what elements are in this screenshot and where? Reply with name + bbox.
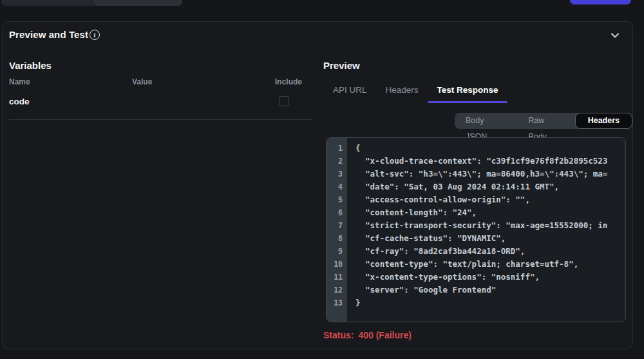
- code-line: {: [355, 142, 625, 155]
- line-number-gutter: 1 2 3 4 5 6 7 8 9 10 11 12 13: [327, 138, 347, 322]
- tab-headers[interactable]: Headers: [386, 84, 419, 96]
- code-line: }: [355, 296, 625, 309]
- page-root: { "topbar": { "accent_color": "#463fd8" …: [0, 0, 644, 359]
- line-number: 10: [327, 258, 347, 271]
- line-number: 5: [327, 193, 347, 206]
- subtab-body-json[interactable]: Body JSON: [455, 113, 517, 129]
- column-header-include: Include: [275, 77, 302, 86]
- tab-api-url[interactable]: API URL: [333, 84, 367, 96]
- code-line: "cf-cache-status": "DYNAMIC",: [355, 232, 625, 245]
- line-number: 9: [327, 245, 347, 258]
- code-line: "access-control-allow-origin": "",: [355, 193, 625, 206]
- line-number: 8: [327, 232, 347, 245]
- response-view-switcher: Body JSON Raw Body Headers: [455, 113, 632, 129]
- line-number: 2: [327, 155, 347, 168]
- line-number: 12: [327, 284, 347, 296]
- topbar-fragment-left-2[interactable]: [94, 0, 182, 6]
- code-line: "content-type": "text/plain; charset=utf…: [355, 258, 625, 271]
- code-line: "alt-svc": "h3=\":443\"; ma=86400,h3=\":…: [355, 168, 625, 180]
- preview-tabs: API URL Headers Test Response: [333, 84, 498, 96]
- code-line: "x-cloud-trace-context": "c39f1cf9e76f8f…: [355, 155, 625, 168]
- variables-title: Variables: [9, 60, 52, 71]
- preview-and-test-panel: Preview and Test i Variables Name Value …: [2, 21, 633, 349]
- status-badge: 400 (Failure): [358, 330, 411, 340]
- code-line: "cf-ray": "8ad2caf3ba442a18-ORD",: [355, 245, 625, 258]
- status-line: Status:400 (Failure): [323, 330, 412, 340]
- info-icon[interactable]: i: [90, 30, 100, 40]
- include-checkbox[interactable]: [279, 96, 289, 106]
- line-number: 11: [327, 271, 347, 284]
- line-number: 7: [327, 219, 347, 232]
- response-headers-code-block[interactable]: 1 2 3 4 5 6 7 8 9 10 11 12 13 { "x-cloud…: [326, 137, 626, 322]
- subtab-raw-body[interactable]: Raw Body: [517, 113, 574, 129]
- variables-divider: [9, 119, 312, 120]
- code-line: "x-content-type-options": "nosniff",: [355, 271, 625, 284]
- code-content: { "x-cloud-trace-context": "c39f1cf9e76f…: [347, 138, 625, 322]
- code-line: "content-length": "24",: [355, 206, 625, 219]
- variable-name-cell: code: [9, 97, 30, 106]
- preview-title: Preview: [323, 60, 360, 71]
- line-number: 4: [327, 180, 347, 193]
- code-line: "strict-transport-security": "max-age=15…: [355, 219, 625, 232]
- chevron-down-icon[interactable]: [609, 30, 621, 41]
- line-number: 6: [327, 206, 347, 219]
- panel-title: Preview and Test: [9, 29, 88, 40]
- topbar-primary-button[interactable]: [570, 0, 631, 5]
- column-header-value: Value: [132, 77, 152, 86]
- code-line: "date": "Sat, 03 Aug 2024 02:14:11 GMT",: [355, 180, 625, 193]
- subtab-headers[interactable]: Headers: [575, 113, 632, 129]
- tab-test-response[interactable]: Test Response: [437, 84, 498, 96]
- status-label: Status:: [323, 330, 354, 340]
- column-header-name: Name: [9, 77, 30, 86]
- code-line: "server": "Google Frontend": [355, 284, 625, 296]
- line-number: 1: [327, 142, 347, 155]
- line-number: 13: [327, 296, 347, 309]
- line-number: 3: [327, 168, 347, 180]
